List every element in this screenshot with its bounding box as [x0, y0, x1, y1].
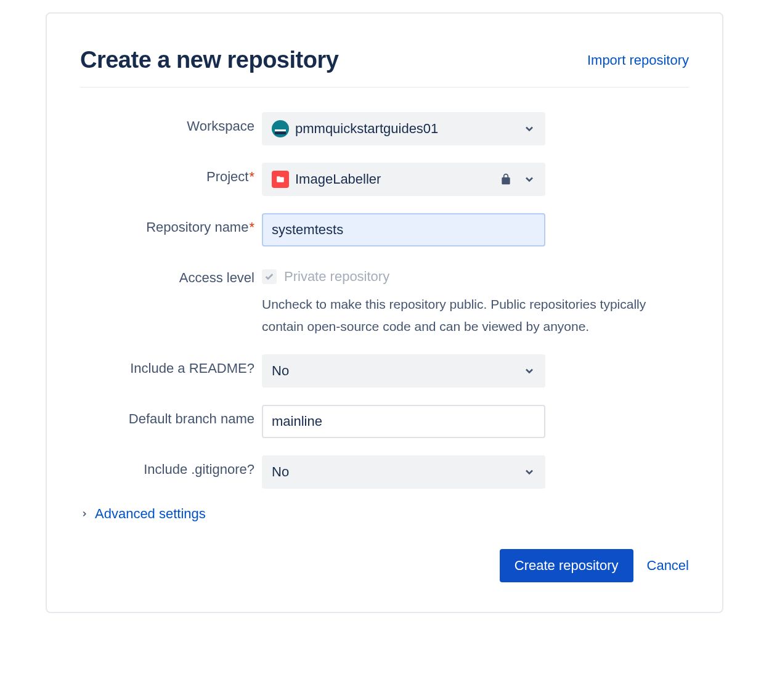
- create-repository-card: Create a new repository Import repositor…: [46, 12, 723, 613]
- readme-select[interactable]: No: [262, 354, 545, 388]
- chevron-down-icon: [523, 466, 535, 478]
- private-checkbox-label: Private repository: [284, 269, 389, 285]
- lock-icon: [500, 173, 512, 186]
- access-level-help: Uncheck to make this repository public. …: [262, 293, 689, 337]
- folder-icon: [275, 175, 285, 184]
- required-marker: *: [249, 169, 254, 184]
- repo-name-input[interactable]: [262, 213, 545, 246]
- private-checkbox-wrap: Private repository: [262, 264, 689, 285]
- page-title: Create a new repository: [80, 47, 338, 73]
- project-avatar-icon: [272, 171, 289, 188]
- form: Workspace pmmquickstartguides01 Project*: [80, 112, 689, 582]
- chevron-down-icon: [523, 365, 535, 377]
- advanced-settings-toggle[interactable]: Advanced settings: [80, 506, 689, 522]
- branch-row: Default branch name: [80, 405, 689, 438]
- branch-input[interactable]: [262, 405, 545, 438]
- workspace-avatar-icon: [272, 120, 289, 137]
- gitignore-row: Include .gitignore? No: [80, 455, 689, 489]
- branch-label: Default branch name: [80, 405, 262, 427]
- check-icon: [264, 272, 274, 282]
- gitignore-value: No: [272, 464, 289, 480]
- gitignore-label: Include .gitignore?: [80, 455, 262, 478]
- readme-row: Include a README? No: [80, 354, 689, 388]
- readme-label: Include a README?: [80, 354, 262, 376]
- gitignore-select[interactable]: No: [262, 455, 545, 489]
- advanced-settings-label: Advanced settings: [95, 506, 206, 522]
- workspace-value: pmmquickstartguides01: [295, 121, 438, 137]
- repo-name-label: Repository name*: [80, 213, 262, 235]
- access-level-label: Access level: [80, 264, 262, 286]
- project-row: Project* ImageLabeller: [80, 163, 689, 196]
- required-marker: *: [249, 219, 254, 235]
- repo-name-row: Repository name*: [80, 213, 689, 246]
- project-value: ImageLabeller: [295, 171, 381, 187]
- actions-row: Create repository Cancel: [80, 549, 689, 582]
- create-repository-button[interactable]: Create repository: [500, 549, 633, 582]
- chevron-down-icon: [523, 123, 535, 135]
- chevron-down-icon: [523, 173, 535, 185]
- workspace-row: Workspace pmmquickstartguides01: [80, 112, 689, 145]
- workspace-select[interactable]: pmmquickstartguides01: [262, 112, 545, 145]
- project-select[interactable]: ImageLabeller: [262, 163, 545, 196]
- header-row: Create a new repository Import repositor…: [80, 47, 689, 88]
- access-level-row: Access level Private repository Uncheck …: [80, 264, 689, 337]
- workspace-label: Workspace: [80, 112, 262, 134]
- readme-value: No: [272, 363, 289, 379]
- cancel-button[interactable]: Cancel: [647, 558, 689, 574]
- project-label: Project*: [80, 163, 262, 185]
- private-checkbox: [262, 269, 277, 284]
- import-repository-link[interactable]: Import repository: [587, 52, 689, 68]
- chevron-right-icon: [80, 510, 89, 518]
